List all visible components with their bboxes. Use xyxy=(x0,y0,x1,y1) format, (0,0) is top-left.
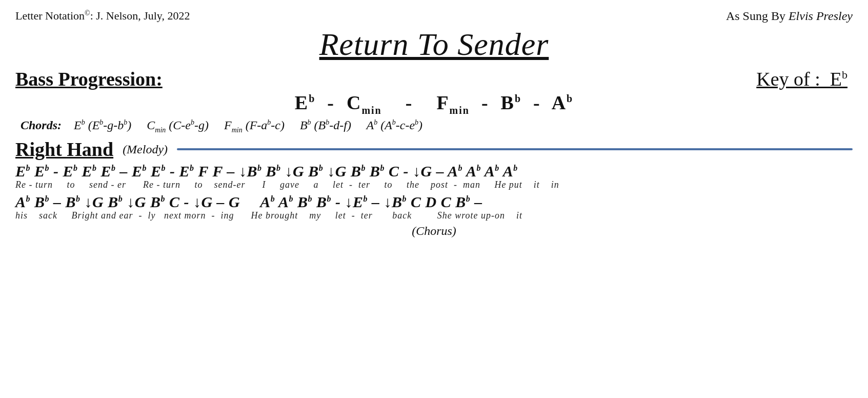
artist-prefix: As Sung By xyxy=(726,9,789,23)
right-hand-label: Right Hand xyxy=(15,138,113,161)
song-title: Return To Sender xyxy=(319,27,549,62)
melody-label: (Melody) xyxy=(123,143,168,156)
lyrics-line-1: Re - turn to send - er Re - turn to send… xyxy=(15,180,853,190)
bass-key-row: Bass Progression: Key of : Eb xyxy=(15,68,853,90)
section-divider-line xyxy=(177,148,853,150)
chords-row: Chords: Eb (Eb-g-bb) Cmin (C-eb-g) Fmin … xyxy=(15,118,853,134)
bass-progression-notes: Eb - Cmin - Fmin - Bb - Ab xyxy=(15,91,853,116)
title-row: Return To Sender xyxy=(15,26,853,63)
author-date: : J. Nelson, July, 2022 xyxy=(90,9,190,22)
notation-line-1: Eb Eb - Eb Eb Eb – Eb Eb - Eb F F – ↓Bb … xyxy=(15,163,853,180)
right-hand-row: Right Hand (Melody) xyxy=(15,138,853,161)
key-label: Key of : Eb xyxy=(756,68,847,90)
artist-name: Elvis Presley xyxy=(789,9,853,23)
notation-line-2: Ab Bb – Bb ↓G Bb ↓G Bb C - ↓G – G Ab Ab … xyxy=(15,193,853,210)
chorus-label: (Chorus) xyxy=(15,224,853,238)
lyrics-line-2: his sack Bright and ear - ly next morn -… xyxy=(15,210,853,221)
bass-label: Bass Progression: xyxy=(15,68,163,90)
letter-notation-label: Letter Notation xyxy=(15,9,85,22)
header-row: Letter Notation©: J. Nelson, July, 2022 … xyxy=(15,9,853,23)
copyright-symbol: © xyxy=(85,9,90,17)
copyright-line: Letter Notation©: J. Nelson, July, 2022 xyxy=(15,9,190,23)
artist-line: As Sung By Elvis Presley xyxy=(726,9,853,23)
